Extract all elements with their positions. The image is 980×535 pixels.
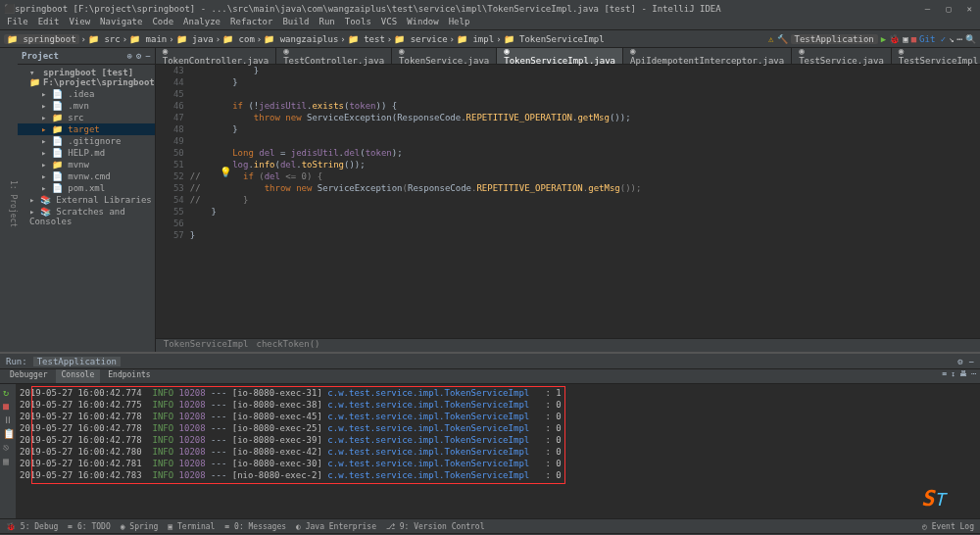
crumb-item[interactable]: 📁 src bbox=[88, 34, 121, 44]
bottom-spring-tab[interactable]: ◉ Spring bbox=[121, 522, 159, 531]
menu-vcs[interactable]: VCS bbox=[378, 17, 400, 29]
rerun-icon[interactable]: ↻ bbox=[3, 387, 13, 397]
log-line: 2019-05-27 16:00:42.778 INFO 10208 --- [… bbox=[20, 422, 976, 434]
tree-ext[interactable]: ▸ 📚 Scratches and Consoles bbox=[18, 206, 155, 227]
editor-tab[interactable]: ◉ TestServiceImpl.java bbox=[892, 48, 980, 64]
bottom-debug-tab[interactable]: 🐞 5: Debug bbox=[6, 522, 58, 531]
run-button[interactable]: ▶ bbox=[881, 34, 886, 44]
hammer-icon[interactable]: 🔨 bbox=[777, 34, 788, 44]
tree-item[interactable]: ▸ 📄 .idea bbox=[18, 88, 155, 100]
editor-tab[interactable]: ◉ TokenController.java bbox=[156, 48, 276, 64]
tree-item[interactable]: ▸ 📁 mvnw bbox=[18, 159, 155, 170]
endpoints-tab[interactable]: Endpoints bbox=[102, 369, 156, 383]
debugger-tab[interactable]: Debugger bbox=[4, 369, 54, 383]
menu-edit[interactable]: Edit bbox=[35, 17, 63, 29]
tree-item[interactable]: ▸ 📄 pom.xml bbox=[18, 182, 155, 194]
tree-item[interactable]: ▸ 📄 .gitignore bbox=[18, 135, 155, 147]
run-title: Run: bbox=[6, 357, 27, 366]
log-line: 2019-05-27 16:00:42.783 INFO 10208 --- [… bbox=[20, 469, 976, 481]
editor-tab[interactable]: ◉ TokenServiceImpl.java bbox=[497, 48, 623, 64]
bottom-messages-tab[interactable]: ≡ 0: Messages bbox=[224, 522, 286, 531]
collapse-icon[interactable]: − bbox=[145, 51, 150, 61]
breadcrumb-method[interactable]: checkToken() bbox=[256, 339, 319, 352]
crumb-item[interactable]: 📁 java bbox=[176, 34, 214, 44]
debug-button[interactable]: 🐞 bbox=[889, 34, 900, 44]
menu-analyze[interactable]: Analyze bbox=[180, 17, 223, 29]
layout-icon[interactable]: ▦ bbox=[3, 456, 13, 465]
tree-item[interactable]: ▸ 📄 mvnw.cmd bbox=[18, 170, 155, 182]
tree-item[interactable]: ▸ 📁 src bbox=[18, 112, 155, 123]
pause-icon[interactable]: ⏸ bbox=[3, 414, 13, 424]
project-tool-tab[interactable]: 1: Project bbox=[9, 180, 18, 227]
console-tab[interactable]: Console bbox=[56, 369, 101, 383]
editor-tab[interactable]: ◉ TokenService.java bbox=[392, 48, 497, 64]
scroll-icon[interactable]: ↧ bbox=[951, 369, 956, 383]
more-console-icon[interactable]: ⋯ bbox=[971, 369, 976, 383]
crumb-item[interactable]: 📁 TokenServiceImpl bbox=[504, 34, 605, 44]
menu-window[interactable]: Window bbox=[404, 17, 442, 29]
menu-navigate[interactable]: Navigate bbox=[97, 17, 145, 29]
menu-refactor[interactable]: Refactor bbox=[227, 17, 275, 29]
exit-icon[interactable]: ⎋ bbox=[3, 442, 13, 452]
crumb-item[interactable]: 📁 service bbox=[394, 34, 447, 44]
dump-icon[interactable]: 📋 bbox=[3, 428, 13, 438]
crumb-item[interactable]: 📁 wangzaiplus bbox=[264, 34, 338, 44]
bottom-terminal-tab[interactable]: ▣ Terminal bbox=[168, 522, 215, 531]
run-config-select[interactable]: TestApplication bbox=[791, 34, 878, 44]
minimize-button[interactable]: – bbox=[921, 4, 934, 14]
log-line: 2019-05-27 16:00:42.778 INFO 10208 --- [… bbox=[20, 434, 976, 446]
run-gear-icon[interactable]: ⚙ bbox=[957, 357, 962, 366]
crumb-item[interactable]: 📁 springboot bbox=[4, 34, 79, 44]
stop-button[interactable]: ■ bbox=[911, 34, 916, 44]
menu-tools[interactable]: Tools bbox=[342, 17, 374, 29]
bottom-todo-tab[interactable]: ≡ 6: TODO bbox=[68, 522, 110, 531]
log-line: 2019-05-27 16:00:42.781 INFO 10208 --- [… bbox=[20, 458, 976, 469]
maximize-button[interactable]: ▢ bbox=[942, 4, 955, 14]
breadcrumb-class[interactable]: TokenServiceImpl bbox=[164, 339, 249, 352]
bottom-vcs-tab[interactable]: ⎇ 9: Version Control bbox=[386, 522, 485, 531]
menu-build[interactable]: Build bbox=[279, 17, 312, 29]
search-icon[interactable]: 🔍 bbox=[965, 34, 976, 44]
tree-ext[interactable]: ▸ 📚 External Libraries bbox=[18, 194, 155, 206]
window-title: springboot [F:\project\springboot] - ...… bbox=[15, 4, 721, 14]
run-app-name: TestApplication bbox=[33, 357, 121, 366]
editor-tab[interactable]: ◉ TestController.java bbox=[276, 48, 392, 64]
git-pull-icon[interactable]: Git ✓ bbox=[919, 34, 946, 44]
close-button[interactable]: ✕ bbox=[963, 4, 976, 14]
crumb-item[interactable]: 📁 main bbox=[129, 34, 167, 44]
editor-tab[interactable]: ◉ ApiIdempotentInterceptor.java bbox=[623, 48, 792, 64]
menu-run[interactable]: Run bbox=[317, 17, 338, 29]
project-panel-title: Project bbox=[22, 51, 59, 61]
editor-tab[interactable]: ◉ TestService.java bbox=[792, 48, 892, 64]
crumb-item[interactable]: 📁 test bbox=[348, 34, 385, 44]
menu-help[interactable]: Help bbox=[446, 17, 473, 29]
git-push-icon[interactable]: ↘ bbox=[949, 34, 954, 44]
log-line: 2019-05-27 16:00:42.775 INFO 10208 --- [… bbox=[20, 399, 976, 411]
menu-code[interactable]: Code bbox=[149, 17, 176, 29]
crumb-item[interactable]: 📁 impl bbox=[457, 34, 494, 44]
tree-item[interactable]: ▸ 📁 target bbox=[18, 123, 155, 135]
tree-root[interactable]: ▾ 📁 springboot [test] F:\project\springb… bbox=[18, 67, 155, 88]
menu-file[interactable]: File bbox=[4, 17, 31, 29]
more-icon[interactable]: ⋯ bbox=[957, 34, 962, 44]
watermark-logo: ST bbox=[921, 486, 970, 515]
stop-run-icon[interactable]: ■ bbox=[3, 401, 13, 411]
print-icon[interactable]: 🖶 bbox=[959, 369, 967, 383]
tree-item[interactable]: ▸ 📄 HELP.md bbox=[18, 147, 155, 159]
menu-view[interactable]: View bbox=[66, 17, 93, 29]
log-line: 2019-05-27 16:00:42.780 INFO 10208 --- [… bbox=[20, 446, 976, 458]
bottom-java-ee-tab[interactable]: ◐ Java Enterprise bbox=[296, 522, 376, 531]
wrap-icon[interactable]: ≡ bbox=[943, 369, 948, 383]
tree-item[interactable]: ▸ 📄 .mvn bbox=[18, 100, 155, 112]
log-line: 2019-05-27 16:00:42.778 INFO 10208 --- [… bbox=[20, 411, 976, 422]
crumb-item[interactable]: 📁 com bbox=[222, 34, 255, 44]
event-log-tab[interactable]: ◴ Event Log bbox=[922, 522, 974, 531]
build-icon[interactable]: ⚠ bbox=[768, 34, 773, 44]
coverage-button[interactable]: ▣ bbox=[903, 34, 907, 44]
project-settings-icon[interactable]: ⚙ bbox=[136, 51, 141, 61]
project-select-icon[interactable]: ⊕ bbox=[127, 51, 132, 61]
ij-logo: ⬛ bbox=[4, 4, 15, 14]
intention-bulb-icon[interactable]: 💡 bbox=[220, 167, 231, 177]
run-minimize-icon[interactable]: − bbox=[969, 357, 974, 366]
log-line: 2019-05-27 16:00:42.774 INFO 10208 --- [… bbox=[20, 387, 976, 399]
